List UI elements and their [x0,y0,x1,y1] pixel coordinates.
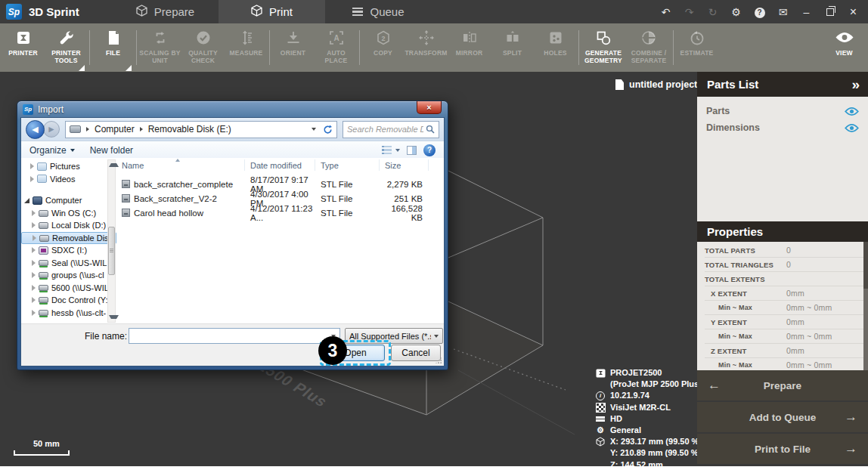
expander-icon[interactable] [32,272,36,278]
property-row: Min ~ Max0mm ~ 0mm [705,301,863,315]
collapse-panel-icon[interactable]: » [851,76,858,93]
preview-pane-icon[interactable] [407,146,417,155]
tree-item-seal[interactable]: Seal (\\US-WIL [21,257,116,270]
file-row[interactable]: back_scratcher_complete 8/17/2017 9:17 A… [116,178,444,190]
breadcrumb-computer[interactable]: Computer [95,124,135,135]
file-list-header: Name Date modified Type Size [116,158,444,172]
tree-item-5600[interactable]: 5600 (\\US-WIL [21,282,116,295]
combine-separate-icon [640,27,657,48]
dialog-title-bar[interactable]: Sp Import [17,101,448,117]
tab-print[interactable]: Print [219,0,325,23]
prepare-button[interactable]: ← Prepare [697,370,868,400]
combine-separate-button: COMBINE / SEPARATE [626,23,671,72]
minimize-button[interactable]: – [795,6,818,18]
dialog-help-icon[interactable]: ? [423,144,436,156]
help-icon[interactable]: ? [748,5,771,18]
tree-item-pictures[interactable]: Pictures [21,160,116,173]
add-to-queue-button[interactable]: Add to Queue → [697,402,868,432]
printer-preset: General [610,425,641,436]
cube-icon [251,5,262,19]
expander-icon[interactable] [32,222,36,228]
parts-list-item-dimensions[interactable]: Dimensions [697,119,868,136]
tree-item-local-disk[interactable]: Local Disk (D:) [21,219,116,232]
expander-icon[interactable] [32,297,36,303]
tab-prepare[interactable]: Prepare [112,0,219,23]
videos-library-icon [37,175,47,183]
file-name-input[interactable] [129,329,331,343]
window-controls: ↶ ↷ ↻ ⚙ ? ✉ – × [654,0,868,23]
back-button[interactable]: ◄ [26,120,45,139]
messages-icon[interactable]: ✉ [771,6,795,18]
tree-item-sdxc[interactable]: SDXC (I:) [21,244,116,257]
column-header-name[interactable]: Name [116,159,245,171]
pictures-library-icon [37,162,47,171]
file-row[interactable]: Carol head hollow 4/12/2017 11:23 A... S… [116,206,444,219]
file-name-combobox[interactable] [129,328,340,344]
expander-icon[interactable] [32,247,36,253]
address-dropdown-icon[interactable] [312,128,316,131]
scrollbar-thumb[interactable] [108,227,115,275]
forward-button: ► [43,121,60,138]
printer-material: VisiJet M2R-CL [610,402,671,413]
new-folder-button[interactable]: New folder [90,145,133,156]
change-view-button[interactable] [382,146,400,155]
restore-button[interactable] [818,6,842,18]
undo-icon[interactable]: ↶ [654,6,677,18]
tree-item-removable-disk[interactable]: Removable Dis [21,232,116,245]
printer-tools-button[interactable]: PRINTER TOOLS [45,23,88,72]
column-header-size[interactable]: Size [380,159,429,171]
scale-line [14,450,70,456]
breadcrumb-removable-disk[interactable]: Removable Disk (E:) [148,124,231,135]
cancel-button[interactable]: Cancel [391,345,441,361]
removable-drive-icon [39,235,49,242]
drive-icon [70,125,81,133]
settings-gear-icon[interactable]: ⚙ [724,6,748,18]
dialog-command-bar: Organize New folder ? [21,141,444,159]
view-button[interactable]: VIEW [823,23,866,72]
search-input[interactable]: Search Removable Disk ... [343,121,439,138]
tree-item-computer[interactable]: Computer [21,194,116,207]
organize-menu[interactable]: Organize [29,145,75,156]
expander-expanded-icon[interactable] [24,198,29,203]
tree-item-groups[interactable]: groups (\\us-cl [21,269,116,282]
tree-item-videos[interactable]: Videos [21,173,116,186]
close-button[interactable]: × [842,5,865,19]
file-type-select[interactable]: All Supported Files (*.stl, *.ct [345,328,443,344]
dialog-close-button[interactable]: × [417,101,442,114]
transform-button: TRANSFORM [405,23,448,72]
file-button[interactable]: FILE [91,23,135,72]
expander-icon[interactable] [32,285,36,291]
file-row[interactable]: Back_scratcher_V2-2 4/30/2017 4:00 PM ST… [116,192,444,205]
visibility-eye-icon[interactable] [845,123,859,133]
tree-item-doc-control[interactable]: Doc Control (Y: [21,294,116,307]
parts-list-item-parts[interactable]: Parts [697,103,868,119]
properties-scrollbar[interactable] [863,242,868,370]
dialog-body: ◄ ► Computer Removable Disk (E:) Search … [20,117,445,366]
print-to-file-button[interactable]: Print to File → [697,434,868,464]
ribbon-separator [269,30,270,65]
generate-geometry-button[interactable]: GENERATE GEOMETRY [581,23,626,72]
flyout-corner-icon [79,65,85,71]
search-placeholder: Search Removable Disk ... [347,125,423,134]
column-header-date-modified[interactable]: Date modified [245,159,315,171]
expander-icon[interactable] [32,260,36,266]
expander-icon[interactable] [33,235,36,241]
tree-item-hessb[interactable]: hessb (\\us-clt- [21,307,116,320]
expander-icon[interactable] [30,176,34,182]
visibility-eye-icon[interactable] [845,107,859,116]
tab-queue[interactable]: Queue [325,0,432,23]
tree-item-win-os[interactable]: Win OS (C:) [21,207,116,220]
breadcrumb-address-bar[interactable]: Computer Removable Disk (E:) [65,121,337,138]
printer-button[interactable]: PRINTER [2,23,45,72]
expander-icon[interactable] [32,310,36,316]
ribbon-separator [89,30,90,65]
tree-scrollbar[interactable] [107,159,116,323]
dialog-title: Import [38,104,64,115]
column-header-type[interactable]: Type [315,159,380,171]
arrow-right-icon: → [845,441,857,456]
split-icon [504,27,521,48]
refresh-icon[interactable] [323,125,333,135]
network-drive-icon [39,272,48,278]
expander-icon[interactable] [30,163,34,169]
expander-icon[interactable] [32,210,36,216]
